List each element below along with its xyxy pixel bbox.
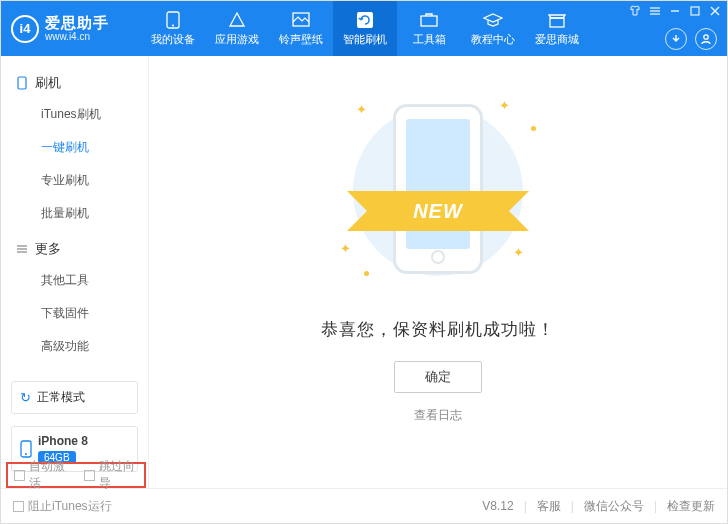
device-name: iPhone 8 (38, 434, 88, 448)
tab-toolbox[interactable]: 工具箱 (397, 1, 461, 56)
confirm-button[interactable]: 确定 (394, 361, 482, 393)
tab-flash[interactable]: 智能刷机 (333, 1, 397, 56)
svg-point-1 (172, 24, 174, 26)
sidebar-group-more[interactable]: 更多 (1, 234, 148, 264)
wechat-link[interactable]: 微信公众号 (584, 498, 644, 515)
check-update-link[interactable]: 检查更新 (667, 498, 715, 515)
apps-icon (227, 11, 247, 29)
sidebar-item-download-firmware[interactable]: 下载固件 (1, 297, 148, 330)
svg-rect-4 (421, 16, 437, 26)
view-log-link[interactable]: 查看日志 (414, 407, 462, 424)
skip-wizard-checkbox[interactable]: 跳过向导 (84, 458, 144, 492)
sidebar-item-itunes-flash[interactable]: iTunes刷机 (1, 98, 148, 131)
download-icon[interactable] (665, 28, 687, 50)
svg-point-19 (25, 453, 27, 455)
main-panel: ✦ ✦ ✦ ✦ NEW 恭喜您，保资料刷机成功啦！ 确定 查看日志 (149, 56, 727, 488)
store-icon (547, 11, 567, 29)
close-icon[interactable] (709, 5, 721, 17)
tab-tutorials[interactable]: 教程中心 (461, 1, 525, 56)
sidebar-group-flash[interactable]: 刷机 (1, 68, 148, 98)
mode-indicator[interactable]: ↻ 正常模式 (11, 381, 138, 414)
sidebar-item-batch-flash[interactable]: 批量刷机 (1, 197, 148, 230)
sidebar-item-advanced[interactable]: 高级功能 (1, 330, 148, 363)
skin-icon[interactable] (629, 5, 641, 17)
top-tabs: 我的设备 应用游戏 铃声壁纸 智能刷机 工具箱 教程中心 爱思商城 (141, 1, 589, 56)
success-message: 恭喜您，保资料刷机成功啦！ (321, 318, 555, 341)
svg-rect-3 (357, 12, 373, 28)
menu-icon[interactable] (649, 5, 661, 17)
tab-ringtones[interactable]: 铃声壁纸 (269, 1, 333, 56)
device-icon (15, 76, 29, 90)
highlighted-options: 自动激活 跳过向导 (6, 462, 146, 488)
tutorial-icon (483, 11, 503, 29)
minimize-icon[interactable] (669, 5, 681, 17)
maximize-icon[interactable] (689, 5, 701, 17)
app-url: www.i4.cn (45, 31, 109, 42)
sparkle-icon: ✦ (356, 102, 367, 117)
svg-rect-14 (18, 77, 26, 89)
app-header: i4 爱思助手 www.i4.cn 我的设备 应用游戏 铃声壁纸 智能刷机 工具… (1, 1, 727, 56)
version-text: V8.12 (482, 499, 513, 513)
success-illustration: ✦ ✦ ✦ ✦ NEW (318, 96, 558, 296)
new-ribbon: NEW (348, 188, 528, 234)
tab-apps[interactable]: 应用游戏 (205, 1, 269, 56)
app-logo: i4 爱思助手 www.i4.cn (11, 15, 141, 43)
sparkle-icon: ✦ (513, 245, 524, 260)
status-bar: 阻止iTunes运行 V8.12 | 客服 | 微信公众号 | 检查更新 (1, 488, 727, 523)
tab-store[interactable]: 爱思商城 (525, 1, 589, 56)
refresh-icon: ↻ (20, 390, 31, 405)
logo-icon: i4 (11, 15, 39, 43)
sparkle-icon: ✦ (499, 98, 510, 113)
wallpaper-icon (291, 11, 311, 29)
auto-activate-checkbox[interactable]: 自动激活 (14, 458, 74, 492)
phone-small-icon (20, 440, 32, 458)
svg-rect-5 (550, 18, 564, 27)
sparkle-icon: ✦ (340, 241, 351, 256)
sidebar-item-other-tools[interactable]: 其他工具 (1, 264, 148, 297)
window-controls (629, 5, 721, 17)
tab-my-device[interactable]: 我的设备 (141, 1, 205, 56)
svg-point-13 (704, 35, 708, 39)
more-icon (15, 244, 29, 254)
sidebar-item-oneclick-flash[interactable]: 一键刷机 (1, 131, 148, 164)
block-itunes-checkbox[interactable]: 阻止iTunes运行 (13, 498, 112, 515)
user-icon[interactable] (695, 28, 717, 50)
flash-icon (355, 11, 375, 29)
phone-icon (163, 11, 183, 29)
toolbox-icon (419, 11, 439, 29)
svg-rect-10 (691, 7, 699, 15)
support-link[interactable]: 客服 (537, 498, 561, 515)
sidebar: 刷机 iTunes刷机 一键刷机 专业刷机 批量刷机 更多 其他工具 下载固件 … (1, 56, 149, 488)
sidebar-item-pro-flash[interactable]: 专业刷机 (1, 164, 148, 197)
app-name: 爱思助手 (45, 15, 109, 32)
